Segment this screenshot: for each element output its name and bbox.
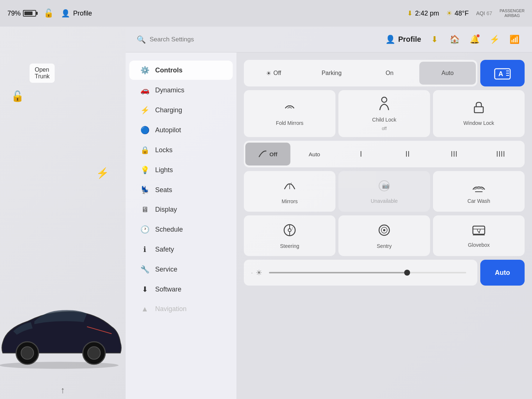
profile-avatar-icon: 👤 [61, 9, 70, 18]
profile-user-icon: 👤 [385, 35, 395, 44]
window-lock-button[interactable]: Window Lock [433, 90, 525, 137]
sidebar-item-schedule[interactable]: 🕐 Schedule [129, 220, 233, 239]
autopilot-icon: A [493, 66, 512, 81]
signal-button[interactable]: 📶 [508, 33, 521, 46]
wiper-speed1-button[interactable]: I [338, 143, 383, 166]
car-wash-icon [471, 179, 486, 195]
brightness-slider[interactable] [269, 272, 466, 273]
wiper-speed3-button[interactable]: III [432, 143, 477, 166]
unavailable-label: Unavailable [371, 198, 398, 204]
mirrors-button[interactable]: ↕ Mirrors [244, 171, 335, 212]
display-icon: 🖥 [140, 205, 149, 214]
locks-icon: 🔒 [140, 146, 149, 154]
dynamics-label: Dynamics [155, 86, 184, 94]
brightness-sun-icon: ☀ [256, 268, 262, 277]
fold-mirrors-button[interactable]: Fold Mirrors [244, 90, 335, 137]
sidebar-item-controls[interactable]: ⚙️ Controls [129, 61, 233, 80]
child-lock-label: Child Lock [372, 116, 396, 123]
wiper-off-button[interactable]: Off [245, 143, 290, 166]
battery-icon [23, 10, 36, 17]
home-button[interactable]: 🏠 [448, 33, 461, 46]
sidebar-item-charging[interactable]: ⚡ Charging [129, 100, 233, 120]
locks-label: Locks [155, 146, 173, 154]
child-lock-button[interactable]: Child Lock off [338, 90, 430, 137]
brightness-thumb[interactable] [404, 270, 410, 276]
scroll-up-arrow[interactable]: ↑ [61, 385, 65, 395]
settings-panel: ⚙️ Controls 🚗 Dynamics ⚡ Charging 🔵 Auto… [126, 52, 532, 399]
status-profile[interactable]: 👤 Profile [61, 9, 92, 18]
wiper-speed2-button[interactable]: II [385, 143, 430, 166]
aqi-value: 67 [487, 10, 492, 16]
steering-button[interactable]: ↕ Steering [244, 215, 335, 256]
brightness-panel: · ☀ [244, 260, 477, 286]
time-display: 2:42 pm [415, 10, 439, 17]
autopilot-button[interactable]: A [480, 60, 525, 86]
child-lock-icon [378, 96, 391, 113]
svg-text:A: A [498, 70, 503, 78]
steering-label: Steering [280, 243, 299, 249]
sidebar-item-service[interactable]: 🔧 Service [129, 260, 233, 279]
sentry-button[interactable]: Sentry [338, 215, 430, 256]
wiper-panel: Off Auto I II III IIII [244, 141, 525, 167]
service-label: Service [155, 266, 177, 273]
auto-label: Auto [441, 70, 454, 76]
sidebar-item-software[interactable]: ⬇ Software [129, 280, 233, 299]
light-off-button[interactable]: ☀ Off [245, 62, 302, 85]
wiper-auto-button[interactable]: Auto [292, 143, 337, 166]
open-trunk-button[interactable]: Open Trunk [30, 64, 55, 83]
battery-status: 79% [7, 10, 36, 17]
glovebox-icon: ▼ [471, 224, 486, 239]
sidebar-item-lights[interactable]: 💡 Lights [129, 160, 233, 180]
sentry-icon [377, 223, 392, 240]
sidebar-item-dynamics[interactable]: 🚗 Dynamics [129, 81, 233, 100]
light-parking-button[interactable]: Parking [303, 62, 360, 85]
dynamics-icon: 🚗 [140, 86, 149, 95]
bluetooth-button[interactable]: ⚡ [488, 33, 501, 46]
autopilot-icon: 🔵 [140, 126, 149, 134]
brightness-auto-label: Auto [495, 269, 510, 277]
svg-point-3 [88, 347, 100, 359]
sidebar-item-navigation[interactable]: ▲ Navigation [129, 300, 233, 318]
controls-grid: ☀ Off Parking On Auto [236, 52, 532, 399]
status-profile-label: Profile [73, 10, 92, 17]
search-input[interactable] [150, 36, 260, 43]
lights-icon: 💡 [140, 166, 149, 174]
sidebar-item-seats[interactable]: 💺 Seats [129, 180, 233, 200]
svg-point-24 [383, 229, 385, 231]
svg-text:▼: ▼ [478, 231, 481, 234]
lighting-panel: ☀ Off Parking On Auto [244, 60, 477, 86]
sidebar-item-display[interactable]: 🖥 Display [129, 200, 233, 219]
sidebar-item-safety[interactable]: ℹ Safety [129, 240, 233, 259]
light-on-button[interactable]: On [361, 62, 418, 85]
window-lock-label: Window Lock [463, 120, 494, 126]
safety-label: Safety [155, 246, 174, 253]
profile-button[interactable]: 👤 Profile [385, 35, 421, 44]
charging-icon: ⚡ [140, 106, 149, 115]
download-button[interactable]: ⬇ [428, 33, 441, 46]
lights-label: Lights [155, 166, 173, 174]
notification-button[interactable]: 🔔 [468, 33, 481, 46]
signal-icon: 📶 [509, 35, 519, 44]
wiper-speed4-button[interactable]: IIII [478, 143, 523, 166]
charging-label: Charging [155, 106, 182, 114]
on-label: On [386, 70, 393, 76]
temperature-display: 48°F [454, 10, 468, 17]
fold-mirrors-icon [282, 101, 297, 117]
display-label: Display [155, 206, 177, 214]
car-wash-button[interactable]: Car Wash [433, 171, 525, 212]
controls-label: Controls [155, 66, 183, 74]
window-lock-icon [472, 101, 485, 117]
unavailable-button[interactable]: 📷 Unavailable [338, 171, 430, 212]
svg-rect-12 [474, 107, 483, 113]
brightness-auto-button[interactable]: Auto [480, 260, 525, 286]
unavailable-icon: 📷 [378, 179, 391, 195]
sidebar-item-autopilot[interactable]: 🔵 Autopilot [129, 120, 233, 140]
svg-point-11 [382, 97, 387, 102]
child-lock-sublabel: off [382, 126, 386, 131]
light-auto-button[interactable]: Auto [419, 62, 476, 85]
status-time: ⬇ 2:42 pm [407, 9, 439, 17]
software-icon: ⬇ [140, 285, 149, 294]
feature-row-2: ↕ Mirrors 📷 Unavailable [244, 171, 525, 212]
sidebar-item-locks[interactable]: 🔒 Locks [129, 140, 233, 160]
glovebox-button[interactable]: ▼ Glovebox [433, 215, 525, 256]
